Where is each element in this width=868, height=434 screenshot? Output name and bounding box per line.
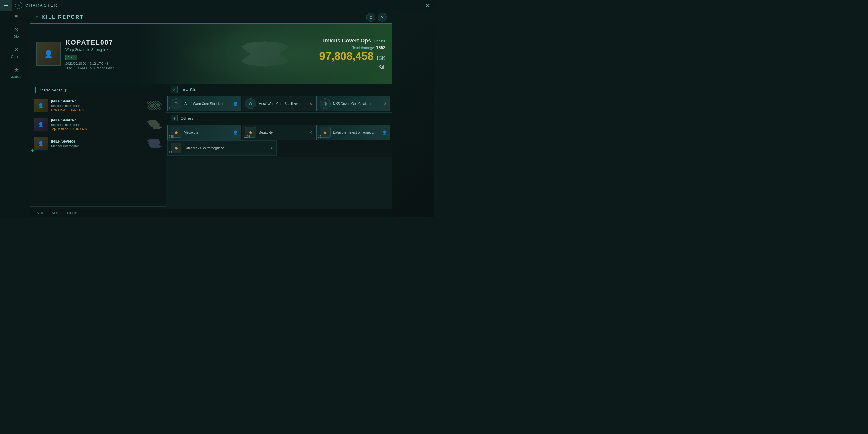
kill-report-hero: 👤 KOPATEL007 Warp Scramble Strength: 4 1… [30, 24, 392, 84]
others-item-name-3: Datacore - Electromagnetic… [333, 130, 380, 134]
kr-close-button[interactable]: ✕ [378, 13, 387, 22]
bottom-tabs: Kills Kills Losses [30, 209, 392, 217]
others-action-2[interactable]: ✕ [309, 130, 313, 135]
table-row: 👤 [NILF]Severce Slasher Interceptor [30, 134, 166, 153]
participants-count: [2] [65, 88, 69, 92]
eq-item-qty-1: 1 [169, 106, 170, 110]
app-logo: ⊕ [15, 2, 22, 9]
list-item: 12 ◆ Datacore - Electromagnetic… 👤 [316, 125, 390, 140]
participant-ship-img-2 [147, 119, 162, 130]
sidebar-item-combat[interactable]: ✕ Com... [1, 43, 31, 61]
kr-content: Participants [2] 👤 [NILF]Samtrev Bellico… [30, 84, 392, 216]
participant-info-3: [NILF]Severce Slasher Interceptor [51, 139, 144, 148]
others-section: ◈ Others 748 ◆ Megacyte 👤 1126 ◆ [166, 113, 392, 216]
kill-report-title: KILL REPORT [41, 14, 84, 20]
list-item: 748 ◆ Megacyte 👤 [167, 125, 241, 140]
others-item-name-4: Datacore - Electromagnetic … [184, 146, 268, 150]
pilot-info: KOPATEL007 Warp Scramble Strength: 4 1 K… [65, 38, 115, 70]
ship-silhouette [241, 36, 289, 72]
kills-label: 1 Kill [65, 55, 78, 60]
kill-report-panel: ≡ KILL REPORT ⊡ ✕ 👤 KOPATEL007 Warp Scra… [30, 11, 392, 216]
tab-kills-2[interactable]: Kills [48, 209, 61, 217]
participant-ship-2: Bellicose Interdictor [51, 123, 144, 127]
kr-menu-icon[interactable]: ≡ [35, 14, 38, 20]
participant-badge-1: Final Blow | 1146 ↑ 69% [51, 108, 144, 112]
eq-item-action-2[interactable]: ✕ [309, 101, 313, 106]
participant-badge-2: Top Damage | 1146 ↑ 69% [51, 127, 144, 131]
kr-export-button[interactable]: ⊡ [366, 13, 375, 22]
participants-list: 👤 [NILF]Samtrev Bellicose Interdictor Fi… [30, 96, 166, 207]
others-action-1[interactable]: 👤 [233, 130, 238, 135]
sidebar-item-bio[interactable]: ⊙ Bio [1, 23, 31, 41]
participant-info-2: [NILF]Samtrev Bellicose Interdictor Top … [51, 118, 144, 131]
app-close-button[interactable]: ✕ [424, 2, 431, 9]
isk-value: 97,808,458 [319, 50, 373, 62]
list-item: 1126 ◆ Megacyte ✕ [242, 125, 315, 140]
eq-item-name-2: 'Aura' Warp Core Stabilizer [258, 102, 307, 105]
hamburger-button[interactable] [0, 0, 12, 11]
tab-losses[interactable]: Losses [63, 209, 81, 217]
ship-class: Frigate [374, 39, 385, 43]
total-damage-value: 1653 [376, 45, 385, 50]
participant-ship-img-1 [147, 100, 162, 111]
others-items-list: 748 ◆ Megacyte 👤 1126 ◆ Megacyte ✕ [166, 124, 392, 157]
list-item: 14 ◆ Datacore - Electromagnetic … ✕ [167, 141, 277, 156]
participants-panel: Participants [2] 👤 [NILF]Samtrev Bellico… [30, 84, 166, 216]
others-qty-4: 14 [169, 151, 172, 154]
others-action-4[interactable]: ✕ [270, 146, 273, 150]
participants-header: Participants [2] [30, 84, 166, 96]
participant-ship-img-3 [147, 138, 162, 149]
kill-badge-area: 1 Kill [65, 55, 115, 60]
kill-report-header: ≡ KILL REPORT ⊡ ✕ [30, 11, 392, 24]
participant-ship-1: Bellicose Interdictor [51, 104, 144, 107]
list-item: 1 ⊙ 'Aura' Warp Core Stabilizer 👤 [167, 96, 241, 111]
sidebar-hamburger[interactable]: ≡ [15, 14, 18, 19]
participant-avatar-2: 👤 [34, 118, 48, 131]
app-title: CHARACTER [25, 3, 58, 7]
eq-item-name-1: 'Aura' Warp Core Stabilizer [184, 102, 230, 105]
bio-icon: ⊙ [12, 25, 21, 34]
eq-item-icon-3: ◎ [320, 98, 331, 109]
eq-item-icon-2: ⊙ [245, 98, 256, 109]
warp-scramble-strength: Warp Scramble Strength: 4 [65, 48, 115, 52]
sidebar: ≡ ⊙ Bio ✕ Com... ★ Meda... [0, 11, 33, 217]
sidebar-item-bio-label: Bio [14, 35, 19, 38]
list-item: 1 ◎ MK5 Covert Ops Cloaking… ✕ [316, 96, 390, 111]
ship-name-area: Imicus Covert Ops Frigate [319, 38, 385, 44]
low-slot-section: ⚔ Low Slot 1 ⊙ 'Aura' Warp Core Stabiliz… [166, 84, 392, 113]
ship-stats: Imicus Covert Ops Frigate Total damage: … [319, 38, 385, 70]
others-qty-3: 12 [318, 135, 321, 138]
low-slot-title: Low Slot [181, 87, 198, 92]
participants-title: Participants [38, 88, 63, 92]
list-item: 1 ⊙ 'Aura' Warp Core Stabilizer ✕ [242, 96, 315, 111]
participant-ship-3: Slasher Interceptor [51, 144, 144, 148]
low-slot-icon: ⚔ [171, 86, 178, 93]
total-damage-label: Total damage: 1653 [319, 45, 385, 50]
hamburger-icon [4, 4, 8, 7]
sidebar-item-medals-label: Meda... [10, 75, 22, 79]
participant-info-1: [NILF]Samtrev Bellicose Interdictor Fina… [51, 99, 144, 112]
low-slot-header: ⚔ Low Slot [166, 84, 392, 95]
kill-timestamp: 2021/02/10 01:49:12 UTC +8 [65, 62, 115, 65]
header-accent [35, 87, 36, 93]
eq-item-action-3[interactable]: ✕ [384, 101, 387, 106]
table-row: 👤 [NILF]Samtrev Bellicose Interdictor Fi… [30, 96, 166, 115]
pilot-name: KOPATEL007 [65, 38, 115, 46]
pilot-avatar-img: 👤 [37, 42, 60, 65]
ship-name: Imicus Covert Ops [323, 38, 371, 44]
eq-item-icon-1: ⊙ [170, 98, 181, 109]
others-action-3[interactable]: 👤 [382, 130, 387, 135]
eq-item-action-1[interactable]: 👤 [233, 101, 238, 106]
eq-item-qty-2: 1 [243, 106, 245, 110]
table-row: 👤 [NILF]Samtrev Bellicose Interdictor To… [30, 115, 166, 134]
eq-item-qty-3: 1 [318, 106, 320, 110]
low-slot-items: 1 ⊙ 'Aura' Warp Core Stabilizer 👤 1 ⊙ 'A… [166, 95, 392, 113]
isk-row: 97,808,458 ISK [319, 50, 385, 63]
medals-icon: ★ [12, 66, 21, 74]
others-icon: ◈ [171, 115, 178, 121]
combat-icon: ✕ [12, 45, 21, 54]
participant-avatar-3: 👤 [34, 136, 48, 150]
tab-kills-1[interactable]: Kills [33, 209, 46, 217]
sidebar-item-medals[interactable]: ★ Meda... [1, 63, 31, 81]
equipment-panel: ⚔ Low Slot 1 ⊙ 'Aura' Warp Core Stabiliz… [166, 84, 392, 216]
